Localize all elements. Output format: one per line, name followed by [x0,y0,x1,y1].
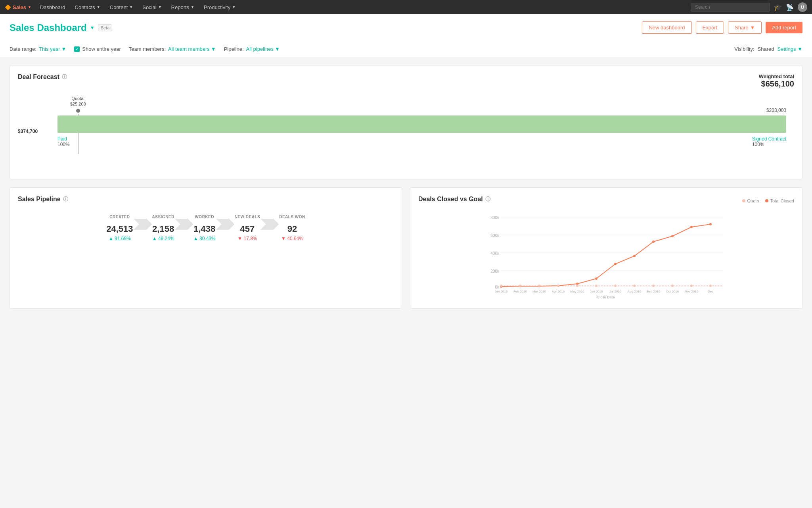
pipeline-label: Pipeline: [224,46,244,52]
social-chevron: ▼ [158,5,162,9]
pipeline-stages: CREATED 24,513 ▲ 91.69% ASSIGNED 2,158 ▲… [18,215,394,241]
svg-text:Jun 2016: Jun 2016 [590,290,603,293]
svg-point-32 [595,285,598,287]
legend-dot [765,199,768,202]
svg-text:Nov 2016: Nov 2016 [685,290,699,293]
contacts-chevron: ▼ [97,5,100,9]
stage-signed-contract: Signed Contract 100% [752,136,786,147]
weighted-amount: $656,100 [759,79,794,89]
search-input[interactable] [691,3,770,12]
stage-paid-pct: 100% [57,142,70,147]
avatar[interactable]: U [798,2,807,12]
date-range-value[interactable]: This year ▼ [39,46,66,52]
visibility-value: Shared [758,46,774,52]
legend-item: Quota [742,198,759,203]
deals-closed-info-icon[interactable]: ⓘ [485,196,490,203]
deals-chart-svg: 800k 600k 400k 200k 0k [418,213,794,300]
settings-link[interactable]: Settings ▼ [778,46,802,52]
nav-dashboard[interactable]: Dashboard [36,0,69,14]
header-actions: New dashboard Export Share ▼ Add report [642,21,802,34]
nav-right-group: 🎓 📡 U [691,2,807,12]
svg-marker-3 [260,219,279,230]
legend-dot [742,199,745,202]
stage-paid-name[interactable]: Paid [57,136,70,142]
share-button[interactable]: Share ▼ [728,21,762,34]
stage-value: 2,158 [152,224,174,234]
nav-contacts[interactable]: Contacts ▼ [71,0,104,14]
svg-point-36 [671,285,674,287]
pipeline-chevron: ▼ [275,46,280,52]
svg-point-31 [576,285,578,287]
stage-header: CREATED [109,215,130,219]
graduation-icon[interactable]: 🎓 [774,4,782,11]
funnel-arrow [133,219,152,230]
nav-social[interactable]: Social ▼ [138,0,165,14]
share-chevron: ▼ [750,25,755,31]
page-title-group: Sales Dashboard ▼ Beta [10,22,112,33]
export-button[interactable]: Export [696,21,724,34]
stage-header: DEALS WON [279,215,305,219]
deals-closed-title: Deals Closed vs Goal ⓘ [418,196,490,203]
svg-text:Jul 2016: Jul 2016 [609,290,622,293]
nav-reports[interactable]: Reports ▼ [167,0,198,14]
new-dashboard-button[interactable]: New dashboard [642,21,691,34]
team-members-value[interactable]: All team members ▼ [168,46,216,52]
svg-text:400k: 400k [490,251,500,256]
legend-label: Quota [747,198,759,203]
chart-legend: QuotaTotal Closed [742,198,794,203]
stage-change: ▼ 17.8% [237,236,257,241]
beta-badge: Beta [98,24,113,31]
show-entire-year-checkbox[interactable]: ✓ [74,46,80,52]
svg-text:Sep 2016: Sep 2016 [647,290,661,293]
notification-icon[interactable]: 📡 [786,4,794,11]
pipeline-info-icon[interactable]: ⓘ [63,196,68,203]
stage-paid: Paid 100% [57,136,70,147]
stage-change: ▲ 80.43% [193,236,216,241]
visibility-label: Visibility: [734,46,754,52]
svg-point-29 [538,285,540,287]
svg-point-26 [709,223,712,225]
stage-signed-name[interactable]: Signed Contract [752,136,786,142]
pipeline-stage-worked: WORKED 1,438 ▲ 80.43% [193,215,216,241]
team-members-filter: Team members: All team members ▼ [129,46,216,52]
svg-point-25 [690,226,693,228]
funnel-arrow [174,219,193,230]
svg-point-23 [652,241,655,243]
stage-header: NEW DEALS [235,215,260,219]
svg-text:May 2016: May 2016 [570,290,584,293]
funnel-arrow [260,219,279,230]
svg-text:Aug 2016: Aug 2016 [628,290,642,293]
filter-bar: Date range: This year ▼ ✓ Show entire ye… [0,41,812,57]
bottom-row: Sales Pipeline ⓘ CREATED 24,513 ▲ 91.69%… [10,187,802,317]
page-title-dropdown[interactable]: ▼ [90,25,95,31]
date-range-chevron: ▼ [61,46,66,52]
pipeline-value[interactable]: All pipelines ▼ [246,46,280,52]
stage-value: 457 [240,224,255,234]
nav-productivity[interactable]: Productivity ▼ [200,0,239,14]
nav-brand[interactable]: 🔶 Sales ▼ [5,4,31,10]
svg-marker-1 [174,219,193,230]
svg-text:Dec: Dec [708,290,713,293]
deal-forecast-info-icon[interactable]: ⓘ [62,73,67,81]
pipeline-stage-assigned: ASSIGNED 2,158 ▲ 49.24% [152,215,174,241]
sales-pipeline-title: Sales Pipeline ⓘ [18,196,394,203]
add-report-button[interactable]: Add report [766,22,802,33]
nav-content[interactable]: Content ▼ [106,0,137,14]
stage-signed-pct: 100% [752,142,786,147]
svg-point-28 [519,285,521,287]
legend-item: Total Closed [765,198,794,203]
stage-change: ▲ 91.69% [109,236,131,241]
weighted-label: Weighted total [759,73,794,79]
stage-value: 92 [287,224,297,234]
svg-point-30 [557,285,559,287]
brand-label: Sales [13,4,26,10]
team-chevron: ▼ [211,46,216,52]
svg-point-27 [500,285,502,287]
stage-value: 1,438 [193,224,215,234]
top-navigation: 🔶 Sales ▼ Dashboard Contacts ▼ Content ▼… [0,0,812,14]
productivity-chevron: ▼ [232,5,236,9]
reports-chevron: ▼ [191,5,194,9]
svg-text:Jan 2016: Jan 2016 [495,290,508,293]
svg-text:Close Date: Close Date [597,295,615,299]
stage-header: WORKED [195,215,214,219]
